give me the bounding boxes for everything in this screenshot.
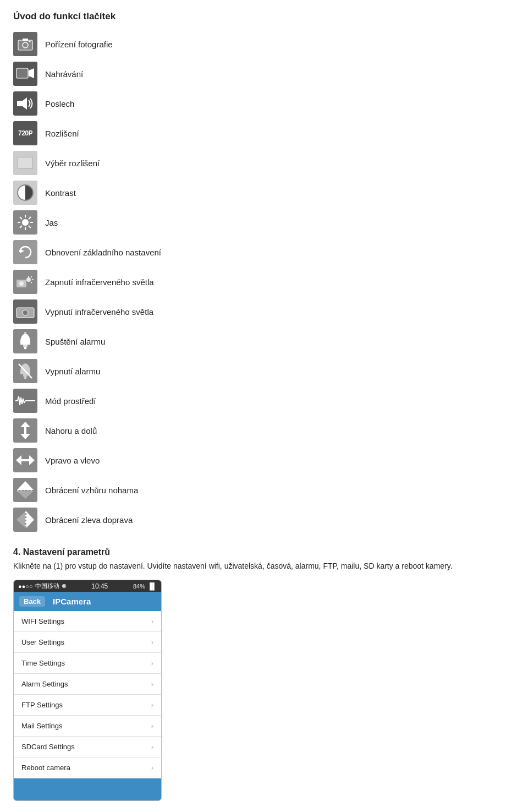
svg-point-30 [24, 377, 27, 379]
contrast-icon [13, 181, 37, 205]
button-item-env-mode: Mód prostředí [13, 389, 515, 413]
svg-marker-6 [17, 97, 27, 110]
svg-marker-47 [29, 455, 35, 465]
button-item-reset: Obnovení základního nastavení [13, 240, 515, 264]
button-label-flip-v: Obrácení vzhůru nohama [45, 486, 138, 495]
button-item-record: Nahrávání [13, 62, 515, 86]
chevron-icon: › [151, 701, 153, 709]
button-item-brightness: Jas [13, 210, 515, 235]
section-4: 4. Nastavení parametrů Klikněte na (1) p… [13, 547, 515, 801]
phone-menu-item-time[interactable]: Time Settings› [14, 653, 161, 674]
svg-rect-4 [16, 68, 28, 78]
svg-point-7 [22, 219, 29, 226]
button-label-photo: Pořízení fotografie [45, 40, 113, 49]
alarm-off-icon [13, 359, 37, 383]
svg-marker-50 [17, 491, 34, 499]
svg-marker-51 [16, 511, 25, 528]
svg-rect-29 [23, 374, 28, 377]
svg-rect-46 [21, 459, 29, 461]
phone-menu-item-ftp[interactable]: FTP Settings› [14, 695, 161, 716]
resolution-select-icon [13, 151, 37, 175]
button-item-ir-on: Zapnutí infračerveného světla [13, 270, 515, 294]
button-item-alarm-off: Vypnutí alarmu [13, 359, 515, 383]
phone-menu-item-sdcard[interactable]: SDCard Settings› [14, 737, 161, 757]
button-label-reset: Obnovení základního nastavení [45, 248, 161, 257]
flip-h-icon [13, 508, 37, 532]
carrier-text: ●●○○ [18, 583, 33, 590]
button-item-flip-h: Obrácení zleva doprava [13, 508, 515, 532]
section-4-text: Klikněte na (1) pro vstup do nastavení. … [13, 560, 515, 572]
battery-text: 84% [133, 583, 145, 590]
intro-title: Úvod do funkcí tlačítek [13, 11, 116, 22]
button-label-updown: Nahoru a dolů [45, 426, 97, 435]
phone-back-button[interactable]: Back [19, 596, 45, 607]
button-item-ir-off: Vypnutí infračerveného světla [13, 299, 515, 324]
chevron-icon: › [151, 680, 153, 688]
button-label-env-mode: Mód prostředí [45, 396, 96, 406]
svg-point-17 [26, 277, 31, 282]
phone-menu-item-mail[interactable]: Mail Settings› [14, 716, 161, 737]
svg-marker-48 [17, 481, 34, 490]
phone-menu-list: WIFI Settings›User Settings›Time Setting… [14, 611, 161, 778]
svg-line-12 [20, 217, 22, 219]
button-label-record: Nahrávání [45, 69, 83, 79]
button-label-contrast: Kontrast [45, 188, 76, 198]
alarm-on-icon [13, 329, 37, 353]
wifi-signal: ⊗ [62, 582, 67, 590]
menu-item-label: Alarm Settings [21, 680, 68, 688]
chevron-icon: › [151, 722, 153, 730]
svg-point-23 [19, 281, 24, 286]
status-carrier: ●●○○ 中国移动 ⊗ [18, 582, 67, 590]
menu-item-label: SDCard Settings [21, 743, 75, 751]
svg-line-14 [29, 217, 31, 219]
chevron-icon: › [151, 617, 153, 625]
button-label-leftright: Vpravo a vlevo [45, 456, 100, 465]
status-time: 10:45 [91, 582, 108, 590]
leftright-icon [13, 448, 37, 472]
svg-marker-5 [29, 68, 34, 78]
button-item-flip-v: Obrácení vzhůru nohama [13, 478, 515, 502]
svg-rect-2 [23, 39, 28, 41]
svg-rect-44 [24, 427, 26, 434]
svg-marker-53 [26, 511, 34, 528]
button-item-alarm-on: Spuštění alarmu [13, 329, 515, 353]
updown-icon [13, 418, 37, 443]
ir-off-icon [13, 299, 37, 324]
svg-line-13 [29, 226, 31, 228]
listen-icon [13, 91, 37, 116]
chevron-icon: › [151, 659, 153, 667]
ir-on-icon [13, 270, 37, 294]
phone-menu-item-reboot[interactable]: Reboot camera› [14, 757, 161, 778]
button-label-alarm-on: Spuštění alarmu [45, 337, 105, 346]
button-label-listen: Poslech [45, 99, 74, 108]
phone-menu-item-wifi[interactable]: WIFI Settings› [14, 611, 161, 632]
section-4-title: 4. Nastavení parametrů [13, 547, 515, 557]
phone-header-title: IPCamera [53, 597, 91, 606]
battery-icon: ▐▌ [147, 582, 157, 590]
button-label-ir-on: Zapnutí infračerveného světla [45, 277, 154, 287]
phone-menu-item-user[interactable]: User Settings› [14, 632, 161, 653]
phone-menu-item-alarm[interactable]: Alarm Settings› [14, 674, 161, 695]
button-item-resolution: 720P Rozlišení [13, 121, 515, 145]
button-label-resolution: Rozlišení [45, 129, 79, 138]
svg-marker-16 [20, 249, 24, 253]
reset-icon [13, 240, 37, 264]
svg-marker-45 [16, 455, 21, 465]
video-icon [13, 62, 37, 86]
menu-item-label: Time Settings [21, 659, 65, 667]
button-label-resolution-select: Výběr rozlišení [45, 159, 100, 168]
menu-item-label: Reboot camera [21, 764, 70, 772]
svg-point-28 [24, 332, 26, 334]
menu-item-label: Mail Settings [21, 722, 62, 730]
button-item-leftright: Vpravo a vlevo [13, 448, 515, 472]
carrier-name: 中国移动 [35, 582, 59, 590]
svg-marker-41 [20, 422, 30, 427]
button-item-photo: Pořízení fotografie [13, 32, 515, 56]
phone-status-bar: ●●○○ 中国移动 ⊗ 10:45 84% ▐▌ [14, 580, 161, 592]
button-item-updown: Nahoru a dolů [13, 418, 515, 443]
svg-line-15 [20, 226, 22, 228]
camera-icon [13, 32, 37, 56]
menu-item-label: User Settings [21, 638, 64, 646]
chevron-icon: › [151, 764, 153, 772]
svg-point-25 [23, 310, 28, 315]
